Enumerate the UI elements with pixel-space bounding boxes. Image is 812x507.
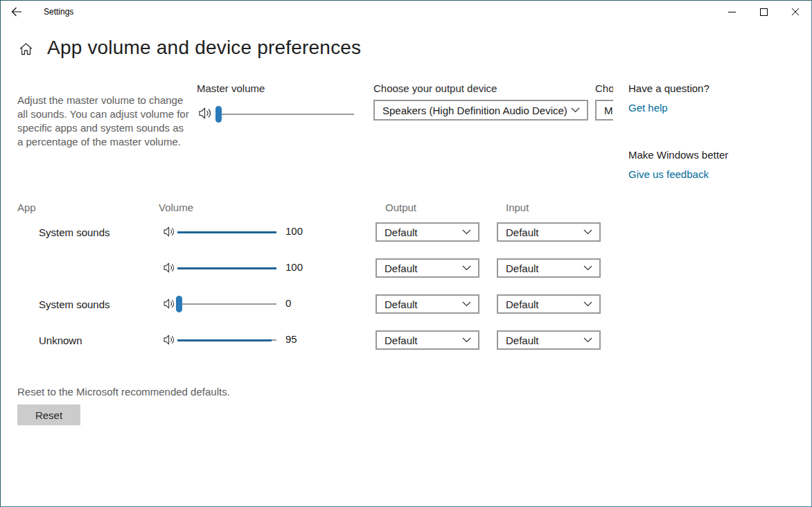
close-button[interactable] xyxy=(779,1,811,23)
app-name: System sounds xyxy=(39,298,110,312)
chevron-down-icon xyxy=(583,229,592,235)
app-volume-slider[interactable] xyxy=(177,339,276,341)
output-select-value: Default xyxy=(385,299,462,310)
app-volume-slider[interactable] xyxy=(177,267,276,269)
home-icon[interactable] xyxy=(19,42,33,55)
titlebar: Settings xyxy=(1,1,811,23)
app-volume-row: System sounds 0 Default Default xyxy=(1,294,811,330)
output-select[interactable]: Default xyxy=(376,222,479,242)
input-device-clipped-region: Cho M xyxy=(595,82,613,125)
output-device-label: Choose your output device xyxy=(373,82,497,94)
intro-text: Adjust the master volume to change all s… xyxy=(17,94,191,149)
output-device-select[interactable]: Speakers (High Definition Audio Device) xyxy=(373,100,588,121)
reset-button[interactable]: Reset xyxy=(17,404,80,425)
maximize-button[interactable] xyxy=(748,1,779,23)
settings-window: Settings App volume and device preferenc… xyxy=(0,0,812,507)
input-select[interactable]: Default xyxy=(497,330,601,350)
input-select[interactable]: Default xyxy=(497,258,601,278)
input-device-value-clipped: M xyxy=(604,105,613,116)
page-title: App volume and device preferences xyxy=(47,37,361,59)
input-device-select-clipped[interactable]: M xyxy=(595,100,613,121)
reset-note: Reset to the Microsoft recommended defau… xyxy=(17,386,230,398)
master-volume-label: Master volume xyxy=(197,82,265,94)
column-header-app: App xyxy=(17,202,36,213)
volume-value: 95 xyxy=(285,333,297,345)
chevron-down-icon xyxy=(583,265,592,271)
volume-value: 0 xyxy=(285,297,291,309)
speaker-icon xyxy=(164,299,175,309)
column-header-output: Output xyxy=(385,202,416,213)
maximize-icon xyxy=(760,8,768,16)
volume-value: 100 xyxy=(285,225,303,237)
input-select[interactable]: Default xyxy=(497,294,601,314)
back-arrow-icon xyxy=(11,6,22,17)
chevron-down-icon xyxy=(571,107,580,113)
output-device-value: Speakers (High Definition Audio Device) xyxy=(382,105,571,116)
minimize-button[interactable] xyxy=(716,1,748,23)
chevron-down-icon xyxy=(462,265,471,271)
app-volume-slider[interactable] xyxy=(177,303,276,305)
column-header-volume: Volume xyxy=(159,202,193,213)
have-a-question-header: Have a question? xyxy=(628,82,709,94)
input-select-value: Default xyxy=(506,299,583,310)
app-name: Unknown xyxy=(39,334,82,348)
chevron-down-icon xyxy=(462,337,471,343)
chevron-down-icon xyxy=(583,337,592,343)
master-volume-slider[interactable] xyxy=(215,114,354,115)
output-select[interactable]: Default xyxy=(376,330,479,350)
output-select[interactable]: Default xyxy=(376,294,479,314)
app-rows: System sounds 100 Default Default xyxy=(1,222,811,366)
app-volume-slider[interactable] xyxy=(177,231,276,233)
speaker-icon xyxy=(164,263,175,273)
window-title: Settings xyxy=(44,7,73,17)
input-device-label-clipped: Cho xyxy=(595,82,613,94)
input-select-value: Default xyxy=(506,226,583,238)
column-header-input: Input xyxy=(506,202,529,213)
app-volume-row: Unknown 95 Default Default xyxy=(1,330,811,366)
app-volume-row: 100 Default Default xyxy=(1,258,811,294)
output-select[interactable]: Default xyxy=(376,258,479,278)
input-select-value: Default xyxy=(506,263,583,274)
speaker-icon xyxy=(199,107,212,119)
chevron-down-icon xyxy=(462,301,471,307)
app-name: System sounds xyxy=(39,226,110,240)
chevron-down-icon xyxy=(462,229,471,235)
output-select-value: Default xyxy=(385,263,462,274)
slider-thumb[interactable] xyxy=(176,296,182,312)
output-select-value: Default xyxy=(385,226,462,238)
output-select-value: Default xyxy=(385,335,462,346)
master-slider-thumb[interactable] xyxy=(215,106,222,123)
speaker-icon xyxy=(164,335,175,345)
input-select[interactable]: Default xyxy=(497,222,601,242)
get-help-link[interactable]: Get help xyxy=(628,102,668,114)
chevron-down-icon xyxy=(583,301,592,307)
give-us-feedback-link[interactable]: Give us feedback xyxy=(628,168,709,180)
close-icon xyxy=(791,8,800,16)
speaker-icon xyxy=(164,226,175,237)
app-volume-row: System sounds 100 Default Default xyxy=(1,222,811,258)
input-select-value: Default xyxy=(506,335,583,346)
minimize-icon xyxy=(728,8,736,16)
volume-value: 100 xyxy=(285,261,303,273)
back-button[interactable] xyxy=(1,1,32,23)
make-windows-better-header: Make Windows better xyxy=(628,149,728,161)
